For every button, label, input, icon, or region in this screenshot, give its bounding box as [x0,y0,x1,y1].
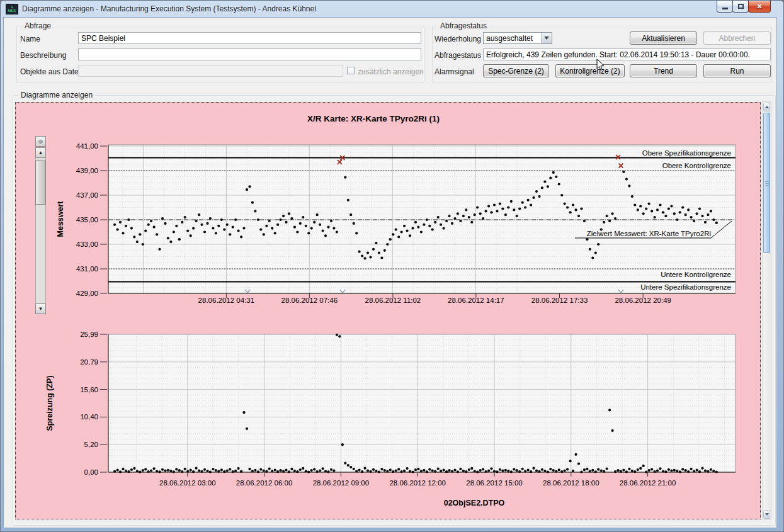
additional-display-label: zusätzlich anzeigen [358,67,424,76]
query-status-value: Erfolgreich, 439 Zeilen gefunden. Start:… [483,48,771,60]
run-button[interactable]: Run [703,64,771,77]
panel-scrollbar[interactable] [762,101,771,520]
svg-text:25,99: 25,99 [80,331,98,338]
cancel-button: Abbrechen [703,31,771,45]
maximize-icon [738,4,744,9]
svg-text:28.06.2012 09:00: 28.06.2012 09:00 [313,479,370,487]
description-input[interactable] [78,48,421,60]
svg-text:28.06.2012 07:46: 28.06.2012 07:46 [281,297,338,304]
svg-text:28.06.2012 03:00: 28.06.2012 03:00 [159,479,216,487]
arrow-up-icon: ▲ [38,150,43,156]
svg-text:433,00: 433,00 [76,241,98,248]
close-button[interactable]: ✕ [748,1,771,13]
mouse-cursor [596,59,605,71]
app-window: ∿ MES Diagramme anzeigen - Manufacturing… [0,0,784,532]
repeat-label: Wiederholung [435,35,481,43]
repeat-dropdown[interactable]: ausgeschaltet [483,32,552,44]
svg-text:28.06.2012 04:31: 28.06.2012 04:31 [198,297,255,304]
slider-thumb[interactable] [35,161,46,205]
svg-text:439,00: 439,00 [76,167,98,174]
svg-text:28.06.2012 17:33: 28.06.2012 17:33 [531,297,588,304]
repeat-dropdown-value: ausgeschaltet [486,34,533,43]
svg-text:28.06.2012 14:17: 28.06.2012 14:17 [448,297,504,304]
alarm-signal-label: Alarmsignal [435,67,474,76]
query-group-label: Abfrage [22,21,54,30]
control-limit-button[interactable]: Kontrollgrenze (2) [555,64,625,77]
additional-display-checkbox [347,67,355,74]
svg-text:28.06.2012 12:00: 28.06.2012 12:00 [389,479,446,487]
zoom-reset-button[interactable]: ◎ [35,136,46,147]
window-title: Diagramme anzeigen - Manufacturing Execu… [22,4,316,13]
xbar-chart: Obere SpezifikationsgrenzeObere Kontroll… [56,114,736,304]
svg-text:28.06.2012 20:49: 28.06.2012 20:49 [615,297,671,304]
name-input[interactable]: SPC Beispiel [78,32,421,44]
svg-text:Zielwert Messwert: XR-Karte TP: Zielwert Messwert: XR-Karte TPyro2Ri [587,230,711,237]
svg-text:10,40: 10,40 [80,413,98,421]
svg-text:441,00: 441,00 [76,142,98,150]
chart-zoom-slider[interactable]: ◎ ▲ ▼ [35,136,46,319]
app-icon-text: MES [8,9,16,13]
svg-text:28.06.2012 18:00: 28.06.2012 18:00 [543,479,599,487]
title-bar[interactable]: ∿ MES Diagramme anzeigen - Manufacturing… [1,1,783,17]
status-group-label: Abfragestatus [438,21,489,30]
charts-canvas: Obere SpezifikationsgrenzeObere Kontroll… [16,103,760,519]
charts-group-label: Diagramme anzeigen [18,91,95,99]
svg-text:20,79: 20,79 [80,358,98,366]
svg-text:28.06.2012 21:00: 28.06.2012 21:00 [620,479,676,487]
svg-text:Obere Spezifikationsgrenze: Obere Spezifikationsgrenze [642,149,731,157]
maximize-button[interactable] [732,1,749,13]
minimize-button[interactable] [717,1,733,13]
svg-text:437,00: 437,00 [76,191,98,199]
spec-limit-button[interactable]: Spec-Grenze (2) [483,64,549,77]
objects-from-file-label: Objekte aus Datei [20,67,80,76]
arrow-down-icon: ▼ [38,306,43,312]
svg-text:28.06.2012 11:02: 28.06.2012 11:02 [365,297,421,304]
minimize-icon [722,8,728,9]
chevron-down-icon[interactable] [541,33,552,43]
client-area: Abfrage Name SPC Beispiel Beschreibung O… [3,17,777,528]
svg-text:28.06.2012 15:00: 28.06.2012 15:00 [466,479,523,487]
refresh-button[interactable]: Aktualisieren [630,31,697,45]
svg-text:5,20: 5,20 [84,441,98,448]
chart-panel[interactable]: Obere SpezifikationsgrenzeObere Kontroll… [15,102,761,519]
svg-text:429,00: 429,00 [76,290,98,297]
slider-down-button[interactable]: ▼ [35,303,46,314]
trend-button[interactable]: Trend [630,64,697,77]
svg-text:15,60: 15,60 [80,386,98,393]
svg-text:Obere Kontrollgrenze: Obere Kontrollgrenze [662,162,731,169]
svg-text:0,00: 0,00 [84,468,98,476]
name-label: Name [20,35,40,43]
svg-text:431,00: 431,00 [76,265,98,273]
svg-text:28.06.2012 06:00: 28.06.2012 06:00 [236,479,293,487]
y-axis-title: Messwert [56,201,65,237]
objects-from-file-input [78,65,343,77]
query-status-label: Abfragestatus [435,51,481,60]
description-label: Beschreibung [20,51,66,60]
chart-title: X/R Karte: XR-Karte TPyro2Ri (1) [307,114,440,123]
svg-text:Untere Kontrollgrenze: Untere Kontrollgrenze [661,271,731,278]
scrollbar-thumb[interactable] [763,113,770,253]
svg-text:Untere Spezifikationsgrenze: Untere Spezifikationsgrenze [640,283,731,291]
slider-up-button[interactable]: ▲ [35,147,46,158]
y-axis-title: Spreizung (ZP) [45,375,54,431]
close-icon: ✕ [756,3,762,10]
svg-text:435,00: 435,00 [76,216,98,224]
range-chart: 25,9920,7915,6010,405,200,0028.06.2012 0… [45,331,736,507]
zoom-reset-icon: ◎ [38,139,43,144]
scrollbar-down-button[interactable] [763,510,770,519]
x-axis-title: 02ObjSE2.DTPO [444,499,505,507]
app-icon: ∿ MES [6,4,18,14]
scrollbar-up-button[interactable] [763,103,770,111]
